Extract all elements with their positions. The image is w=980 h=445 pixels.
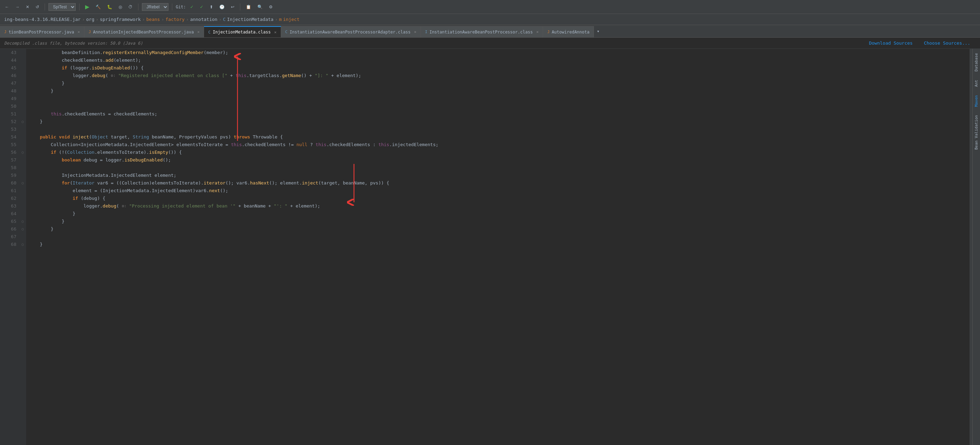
sidebar-tab-maven[interactable]: Maven: [973, 91, 980, 111]
breadcrumb-method[interactable]: inject: [283, 17, 299, 22]
bp-47[interactable]: [19, 79, 26, 87]
toolbar-back-btn[interactable]: ←: [3, 4, 11, 10]
tab-2[interactable]: C InjectionMetadata.class ✕: [204, 26, 281, 37]
debug-btn[interactable]: 🐛: [105, 4, 115, 10]
sidebar-tab-ant[interactable]: Ant: [973, 76, 980, 91]
bp-56[interactable]: ○: [19, 149, 26, 156]
git-update-btn[interactable]: ✓: [188, 4, 196, 10]
bp-49[interactable]: [19, 95, 26, 103]
breadcrumb-sep-2: ›: [95, 17, 99, 22]
ln-44: 44: [0, 57, 19, 64]
tab-3-icon: C: [285, 30, 288, 34]
breadcrumb-class[interactable]: InjectionMetadata: [227, 17, 274, 22]
toolbar-sep-3: [138, 3, 138, 11]
download-sources-btn[interactable]: Download Sources: [864, 39, 918, 47]
code-line-45: if (logger.isDebugEnabled()) {: [29, 64, 969, 72]
ln-56: 56: [0, 149, 19, 156]
bp-60[interactable]: ○: [19, 179, 26, 187]
breakpoint-gutter: ○ ○ ○ ○ ○ ○: [19, 49, 26, 445]
sidebar-tab-bean-validation[interactable]: Bean Validation: [973, 111, 980, 154]
choose-sources-btn[interactable]: Choose Sources...: [918, 39, 976, 47]
ln-48: 48: [0, 87, 19, 95]
sidebar-tab-database[interactable]: Database: [973, 49, 980, 76]
git-history-btn[interactable]: 🕐: [217, 4, 227, 10]
code-line-67: [29, 233, 969, 241]
settings-btn[interactable]: ⚙: [267, 4, 275, 10]
tab-3[interactable]: C InstantiationAwareBeanPostProcessorAda…: [281, 26, 421, 37]
breadcrumb-annotation[interactable]: annotation: [190, 17, 217, 22]
bp-48[interactable]: [19, 87, 26, 95]
ln-58: 58: [0, 164, 19, 172]
info-actions: Download Sources Choose Sources...: [864, 39, 976, 47]
tab-more-btn[interactable]: ▾: [594, 29, 602, 34]
bp-55[interactable]: [19, 141, 26, 149]
profile-dropdown[interactable]: SpiTest: [48, 3, 76, 11]
tab-0-close[interactable]: ✕: [78, 30, 80, 34]
bp-45[interactable]: [19, 64, 26, 72]
run-btn[interactable]: ▶: [83, 3, 91, 11]
bp-68[interactable]: ○: [19, 241, 26, 248]
toolbar: ← → ✕ ↺ SpiTest ▶ 🔨 🐛 ◎ ⏱ JRebel Git: ✓ …: [0, 0, 980, 14]
code-line-57: boolean debug = logger.isDebugEnabled();: [29, 156, 969, 164]
bp-51[interactable]: [19, 110, 26, 118]
bp-63[interactable]: [19, 202, 26, 210]
scrollbar-vert[interactable]: [969, 49, 972, 445]
tab-5[interactable]: J AutowiredAnnota: [543, 26, 594, 37]
breadcrumb-factory[interactable]: factory: [165, 17, 185, 22]
bp-43[interactable]: [19, 49, 26, 57]
tab-4-close[interactable]: ✕: [536, 30, 539, 34]
bp-66[interactable]: ○: [19, 225, 26, 233]
code-line-44: checkedElements.add(element);: [29, 57, 969, 64]
build-btn[interactable]: 🔨: [94, 4, 103, 10]
jrebel-dropdown[interactable]: JRebel: [142, 3, 169, 11]
toolbar-reload-btn[interactable]: ↺: [33, 4, 41, 10]
bp-53[interactable]: [19, 126, 26, 133]
profile-run-btn[interactable]: ⏱: [126, 4, 135, 10]
toolbar-sep-4: [172, 3, 172, 11]
code-line-54: public void inject(Object target, String…: [29, 133, 969, 141]
bp-65[interactable]: ○: [19, 218, 26, 225]
bp-58[interactable]: [19, 164, 26, 172]
decompile-info-text: Decompiled .class file, bytecode version…: [4, 41, 143, 46]
bp-59[interactable]: [19, 172, 26, 179]
toolbar-forward-btn[interactable]: →: [13, 4, 22, 10]
bp-52[interactable]: ○: [19, 118, 26, 126]
git-revert-btn[interactable]: ↩: [229, 4, 237, 10]
breadcrumb-org[interactable]: org: [86, 17, 94, 22]
tab-0-icon: J: [4, 30, 6, 34]
ln-46: 46: [0, 72, 19, 79]
breadcrumb-sep-7: ›: [275, 17, 278, 22]
bp-54[interactable]: [19, 133, 26, 141]
tab-3-close[interactable]: ✕: [414, 30, 417, 34]
ln-45: 45: [0, 64, 19, 72]
bp-50[interactable]: [19, 103, 26, 110]
search-btn[interactable]: 🔍: [255, 4, 265, 10]
vcs-shelf-btn[interactable]: 📋: [244, 4, 253, 10]
git-commit-btn[interactable]: ✓: [198, 4, 205, 10]
tab-4[interactable]: I InstantiationAwareBeanPostProcessor.cl…: [421, 26, 543, 37]
code-line-52: }: [29, 118, 969, 126]
bp-61[interactable]: [19, 187, 26, 195]
breadcrumb-beans[interactable]: beans: [146, 17, 160, 22]
tab-2-close[interactable]: ✕: [274, 30, 277, 35]
bp-57[interactable]: [19, 156, 26, 164]
bp-62[interactable]: [19, 195, 26, 202]
code-line-60: for(Iterator var6 = ((Collection)element…: [29, 179, 969, 187]
tab-0[interactable]: J tionBeanPostProcessor.java ✕: [0, 26, 84, 37]
tab-1[interactable]: J AnnotationInjectedBeanPostProcessor.ja…: [84, 26, 204, 37]
toolbar-sep-1: [45, 3, 45, 11]
tab-1-icon: J: [89, 30, 91, 34]
ln-52: 52: [0, 118, 19, 126]
code-content[interactable]: beanDefinition.registerExternallyManaged…: [26, 49, 969, 445]
toolbar-stop-btn[interactable]: ✕: [24, 4, 32, 10]
coverage-btn[interactable]: ◎: [116, 4, 124, 10]
right-sidebar: Database Ant Maven Bean Validation: [972, 49, 980, 445]
breadcrumb-jar[interactable]: ing-beans-4.3.16.RELEASE.jar: [4, 17, 81, 22]
bp-64[interactable]: [19, 210, 26, 218]
tab-1-close[interactable]: ✕: [197, 30, 200, 34]
git-push-btn[interactable]: ⬆: [207, 4, 215, 10]
breadcrumb-springframework[interactable]: springframework: [100, 17, 140, 22]
bp-46[interactable]: [19, 72, 26, 79]
bp-67[interactable]: [19, 233, 26, 241]
bp-44[interactable]: [19, 57, 26, 64]
